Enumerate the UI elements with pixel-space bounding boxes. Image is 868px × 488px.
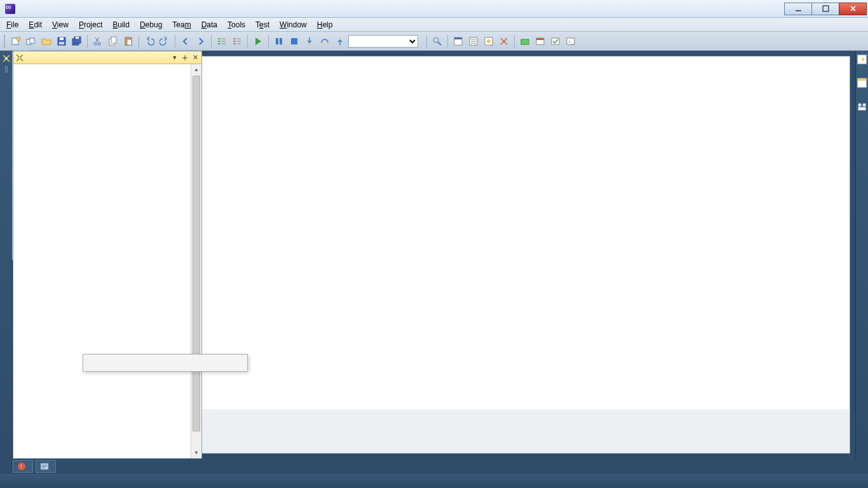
menu-build[interactable]: Build <box>107 19 135 30</box>
scroll-thumb[interactable] <box>193 76 200 431</box>
svg-rect-34 <box>521 39 529 44</box>
save-icon[interactable] <box>55 34 69 48</box>
menu-file[interactable]: File <box>1 19 24 30</box>
scroll-down-icon[interactable]: ▼ <box>191 447 201 458</box>
title-bar <box>0 0 868 18</box>
stop-icon[interactable] <box>287 34 301 48</box>
immediate-icon[interactable]: >_ <box>564 34 578 48</box>
menu-bar: File Edit View Project Build Debug Team … <box>0 18 868 32</box>
panel-close-icon[interactable]: ✕ <box>190 53 200 63</box>
find-icon[interactable] <box>430 34 444 48</box>
menu-data[interactable]: Data <box>196 19 222 30</box>
menu-debug[interactable]: Debug <box>135 19 167 30</box>
menu-window[interactable]: Window <box>275 19 312 30</box>
new-solution-icon[interactable] <box>24 34 38 48</box>
maximize-button[interactable] <box>811 3 839 15</box>
vs-logo-icon <box>5 4 15 14</box>
toolbox-panel: ▾ ✕ ▲ ▼ <box>13 51 202 459</box>
menu-team[interactable]: Team <box>167 19 196 30</box>
output-icon <box>40 462 49 471</box>
svg-point-26 <box>339 37 341 39</box>
menu-tools[interactable]: Tools <box>222 19 250 30</box>
toolbox-tab[interactable] <box>5 66 8 72</box>
new-project-icon[interactable] <box>9 34 23 48</box>
standard-toolbar: >_ <box>0 32 868 51</box>
svg-rect-46 <box>858 107 866 111</box>
team-explorer-tab[interactable] <box>862 112 863 118</box>
scroll-up-icon[interactable]: ▲ <box>191 64 201 75</box>
save-all-icon[interactable] <box>70 34 84 48</box>
object-browser-icon[interactable] <box>482 34 496 48</box>
menu-view[interactable]: View <box>47 19 74 30</box>
svg-rect-19 <box>127 39 132 45</box>
minimize-button[interactable] <box>784 3 812 15</box>
svg-point-25 <box>327 42 329 44</box>
svg-point-44 <box>858 104 862 107</box>
svg-rect-43 <box>857 78 866 81</box>
svg-rect-20 <box>276 38 278 44</box>
svg-point-27 <box>433 37 438 43</box>
nav-back-icon[interactable] <box>179 34 193 48</box>
cut-icon[interactable] <box>91 34 105 48</box>
toolbox-scrollbar[interactable]: ▲ ▼ <box>191 64 201 458</box>
undo-icon[interactable] <box>142 34 156 48</box>
menu-edit[interactable]: Edit <box>24 19 47 30</box>
nav-fwd-icon[interactable] <box>194 34 208 48</box>
svg-point-48 <box>184 57 186 58</box>
close-button[interactable] <box>839 3 867 15</box>
svg-text:!: ! <box>20 463 22 470</box>
solution-explorer-icon[interactable] <box>451 34 465 48</box>
break-all-icon[interactable] <box>272 34 286 48</box>
svg-rect-17 <box>111 37 116 43</box>
uncomment-icon[interactable] <box>230 34 244 48</box>
error-list-icon: ! <box>17 462 26 471</box>
left-dock-strip <box>0 51 13 459</box>
output-tab[interactable] <box>36 460 56 473</box>
properties-icon[interactable] <box>466 34 480 48</box>
step-out-icon[interactable] <box>333 34 347 48</box>
svg-rect-9 <box>60 37 64 40</box>
properties-tab-icon <box>856 53 868 65</box>
toolbox-header-icon <box>15 53 25 63</box>
svg-point-23 <box>309 43 311 45</box>
pin-icon[interactable] <box>180 53 190 63</box>
redo-icon[interactable] <box>158 34 172 48</box>
panel-dropdown-icon[interactable]: ▾ <box>170 53 180 63</box>
toolbox-tab-icon <box>1 53 11 64</box>
team-explorer-tab-icon <box>856 100 868 112</box>
svg-rect-21 <box>280 38 282 44</box>
copy-icon[interactable] <box>106 34 120 48</box>
svg-text:>_: >_ <box>568 39 574 44</box>
svg-point-24 <box>321 42 323 44</box>
svg-rect-22 <box>291 38 297 44</box>
toolbox-icon[interactable] <box>497 34 511 48</box>
menu-test[interactable]: Test <box>250 19 275 30</box>
error-list-tab[interactable]: ! <box>13 460 33 473</box>
svg-rect-30 <box>454 37 462 39</box>
svg-line-28 <box>438 42 441 45</box>
properties-tab[interactable] <box>862 65 863 71</box>
menu-help[interactable]: Help <box>312 19 338 30</box>
bottom-dock-strip: ! <box>0 459 868 474</box>
solution-config-dropdown[interactable] <box>348 35 418 48</box>
svg-rect-7 <box>30 38 34 43</box>
paste-icon[interactable] <box>121 34 135 48</box>
svg-rect-1 <box>823 6 829 11</box>
open-file-icon[interactable] <box>39 34 53 48</box>
svg-rect-37 <box>552 38 559 44</box>
team-icon[interactable] <box>548 34 562 48</box>
menu-project[interactable]: Project <box>74 19 107 30</box>
comment-icon[interactable] <box>215 34 229 48</box>
step-over-icon[interactable] <box>318 34 332 48</box>
start-page-icon[interactable] <box>533 34 547 48</box>
step-into-icon[interactable] <box>302 34 316 48</box>
toolbar-grip[interactable] <box>4 35 6 48</box>
start-icon[interactable] <box>251 34 265 48</box>
svg-rect-10 <box>59 42 64 44</box>
solution-explorer-tab[interactable] <box>862 89 863 94</box>
svg-point-40 <box>5 57 8 60</box>
svg-rect-13 <box>76 37 79 39</box>
svg-point-15 <box>98 43 100 45</box>
svg-point-47 <box>18 57 21 59</box>
ext-manager-icon[interactable] <box>518 34 532 48</box>
